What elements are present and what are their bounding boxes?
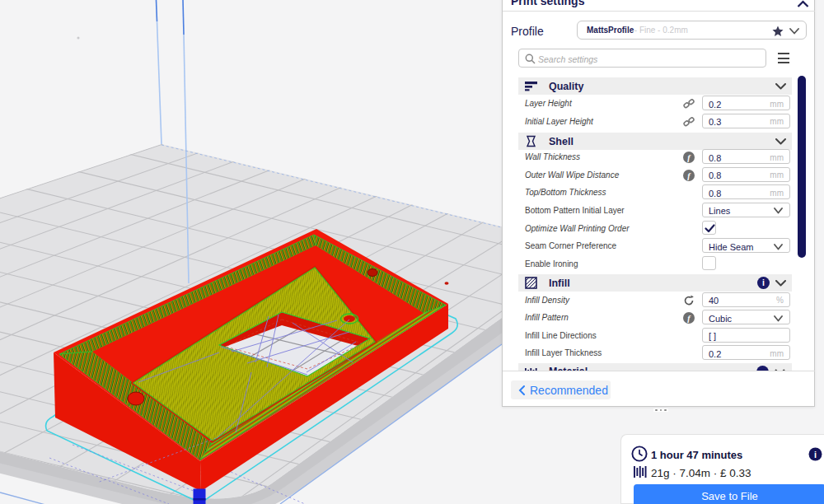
svg-text:i: i [814,450,817,460]
svg-text:i: i [762,278,765,287]
